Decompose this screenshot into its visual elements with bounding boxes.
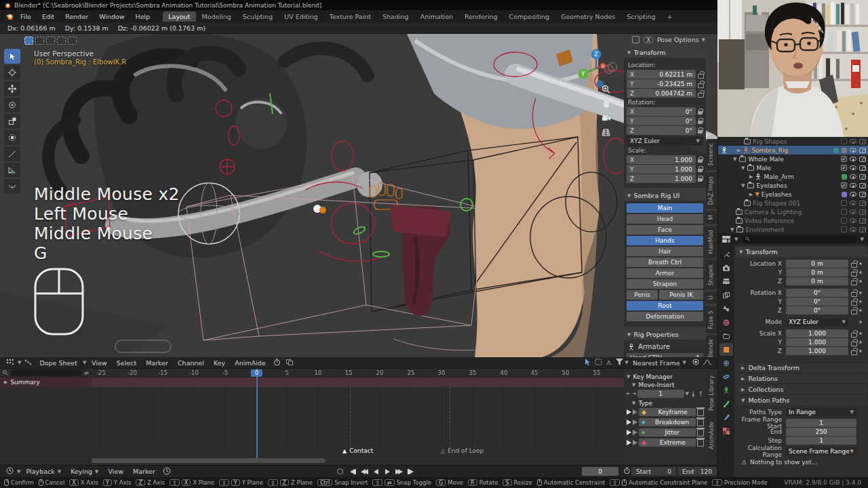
sidebar-tab-m[interactable]: M	[706, 211, 717, 224]
rig-button-head[interactable]: Head	[627, 214, 703, 224]
rig-button-main[interactable]: Main	[627, 203, 703, 213]
animate-dot[interactable]	[859, 332, 862, 335]
tool-scale[interactable]	[4, 114, 20, 129]
delete-keys-icon[interactable]	[697, 429, 704, 436]
key-manager-header[interactable]: ▼Key Manager	[627, 373, 704, 380]
select-keys-icon[interactable]	[627, 440, 631, 445]
outliner-row[interactable]: ▼Male ✓	[718, 163, 868, 172]
rig-button-face[interactable]: Face	[627, 225, 703, 235]
lock-icon[interactable]	[698, 166, 703, 173]
tool-rotate[interactable]	[4, 98, 20, 113]
animate-dot[interactable]	[859, 341, 862, 344]
select-keys-icon[interactable]	[627, 430, 631, 435]
jump-to-end-button[interactable]	[406, 468, 415, 476]
auto-keying-clock-icon[interactable]	[161, 467, 173, 476]
keytype-jitter[interactable]: ◆Jitter	[639, 428, 696, 436]
unlock-icon[interactable]	[851, 298, 856, 305]
editor-chevron-icon[interactable]: ▼	[18, 360, 21, 365]
delete-keys-icon[interactable]	[697, 409, 704, 416]
editor-chevron-icon[interactable]: ▼	[17, 469, 20, 474]
marker-end-of-loop[interactable]: △End of Loop	[441, 447, 484, 454]
rig-button-strapon[interactable]: Strapon	[627, 279, 703, 289]
deselect-keys-icon[interactable]	[633, 409, 637, 415]
sidebar-tab-daz-import[interactable]: DAZ Impo	[706, 172, 717, 209]
snap-mode-dropdown[interactable]: Nearest Frame▼	[629, 359, 690, 367]
navigation-gizmo[interactable]: Z Y X	[575, 46, 617, 88]
pose-options-dropdown[interactable]: Pose Options▼	[657, 36, 705, 43]
section-delta-transform[interactable]: ▶Delta Transform	[736, 362, 867, 373]
value-field[interactable]: 1.000	[786, 329, 848, 338]
animate-dot[interactable]	[859, 271, 862, 274]
sidebar-tab-hairmod[interactable]: HairMod	[706, 226, 717, 258]
render-camera-icon[interactable]	[859, 218, 866, 224]
tool-move[interactable]	[4, 81, 20, 96]
move-insert-amount-field[interactable]: 1	[637, 390, 684, 398]
exclude-checkbox[interactable]	[841, 200, 847, 206]
animate-dot[interactable]	[859, 291, 862, 294]
dope-menu-channel[interactable]: Channel	[174, 359, 208, 367]
tab-bone-constraint-icon[interactable]	[722, 413, 731, 422]
record-button[interactable]	[337, 468, 343, 474]
value-field[interactable]: 0°	[786, 298, 848, 306]
exclude-checkbox[interactable]	[841, 218, 847, 224]
proportional-edit-icon[interactable]	[632, 36, 639, 43]
outliner-row[interactable]: ▼Whole Male ✓	[718, 155, 868, 163]
unlock-icon[interactable]	[698, 71, 703, 78]
outliner-row[interactable]: ▼Eyelashes ✓	[718, 181, 868, 190]
select-box-icon[interactable]	[35, 37, 44, 45]
object-transform-header[interactable]: ▼Transform	[736, 247, 867, 257]
hide-eye-icon[interactable]	[850, 183, 856, 188]
rig-button-breath-ctrl[interactable]: Breath Ctrl	[627, 258, 703, 267]
tab-compositing[interactable]: Compositing	[504, 12, 555, 22]
frame-range-step-field[interactable]: 1	[786, 436, 856, 445]
select-tweak-icon[interactable]	[24, 37, 33, 45]
select-paint-icon[interactable]	[68, 37, 77, 45]
hide-eye-icon[interactable]	[850, 139, 856, 144]
animate-dot[interactable]	[859, 309, 862, 312]
render-camera-icon[interactable]	[859, 183, 866, 188]
expand-arrows-icon[interactable]: ⇄	[84, 370, 89, 376]
viewport-3d[interactable]: X Pose Options▼ User Perspective (0) Som…	[0, 34, 717, 358]
tab-view-layer-icon[interactable]	[722, 291, 731, 300]
hide-eye-icon[interactable]	[850, 201, 856, 205]
exclude-checkbox[interactable]	[841, 226, 847, 232]
playback-menu[interactable]: Playback▼	[22, 467, 65, 476]
unlock-icon[interactable]	[698, 90, 703, 97]
amount-chevron-icon[interactable]: ▼	[686, 391, 689, 396]
next-keyframe-button[interactable]	[394, 468, 403, 476]
prev-keyframe-button[interactable]	[359, 468, 369, 476]
rig-button-hands[interactable]: Hands	[627, 236, 703, 245]
delete-keys-icon[interactable]	[697, 419, 704, 426]
rig-properties-header[interactable]: ▼Rig Properties	[624, 329, 706, 340]
orthographic-grid-icon[interactable]	[601, 127, 611, 138]
tool-cursor[interactable]	[4, 65, 20, 80]
delete-keys-icon[interactable]	[697, 439, 704, 447]
select-lasso-icon[interactable]	[57, 37, 66, 45]
proportional-edit-icon[interactable]	[690, 359, 701, 367]
rig-ui-panel-header[interactable]: ▼Sombra Rig UI	[624, 190, 706, 201]
select-keys-icon[interactable]	[627, 420, 631, 425]
exclude-checkbox[interactable]: ✓	[841, 165, 847, 171]
editor-chevron-icon[interactable]: ▼	[734, 237, 738, 242]
hide-eye-icon[interactable]	[850, 174, 856, 179]
sidebar-tab-u[interactable]: U	[706, 291, 717, 304]
lock-icon[interactable]	[698, 127, 703, 134]
value-field[interactable]: 0°	[786, 289, 848, 297]
timeline-editor-icon[interactable]	[4, 467, 16, 476]
outliner-row[interactable]: Video Reference	[718, 216, 868, 225]
tab-animation[interactable]: Animation	[415, 12, 458, 22]
type-header[interactable]: ▼Type	[627, 400, 704, 407]
section-collections[interactable]: ▶Collections	[736, 384, 867, 394]
play-reverse-button[interactable]	[371, 468, 380, 476]
unlock-icon[interactable]	[851, 278, 856, 285]
properties-options-icon[interactable]: ▼	[861, 237, 864, 242]
menu-edit[interactable]: Edit	[37, 12, 59, 22]
select-circle-icon[interactable]	[46, 37, 55, 45]
rig-button-penis-ik[interactable]: Penis IK	[659, 290, 703, 300]
location-y-field[interactable]: Y-0.23425 m	[627, 79, 696, 88]
tab-animaide[interactable]: AnimAide	[707, 418, 717, 453]
animate-dot[interactable]	[859, 300, 862, 303]
tool-annotate[interactable]	[4, 146, 20, 161]
tab-tool-icon[interactable]	[722, 250, 731, 259]
calculation-range-dropdown[interactable]: Scene Frame Range▼	[786, 447, 856, 455]
